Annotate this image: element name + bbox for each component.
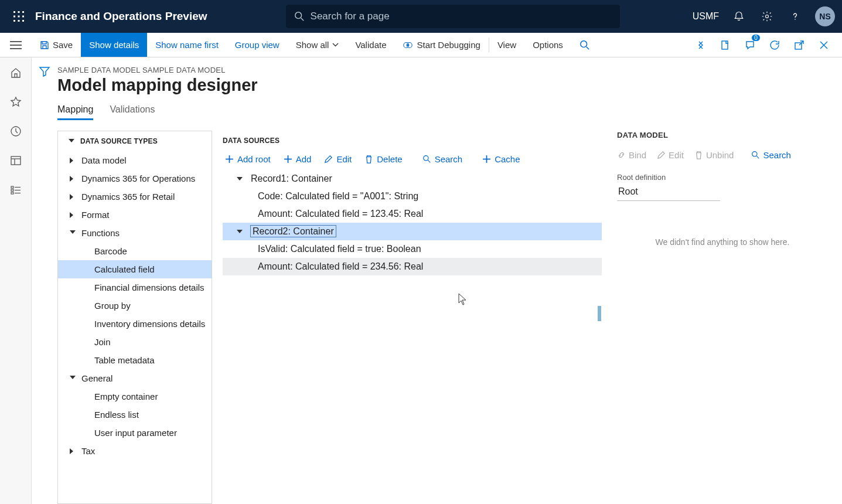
company-label[interactable]: USMF bbox=[693, 11, 719, 22]
modules-icon[interactable] bbox=[8, 182, 24, 198]
dst-user-input[interactable]: User input parameter bbox=[58, 424, 212, 442]
tabs: Mapping Validations bbox=[57, 104, 842, 120]
command-bar: Save Show details Show name first Group … bbox=[0, 33, 842, 57]
global-search[interactable] bbox=[286, 5, 620, 28]
favorites-icon[interactable] bbox=[8, 94, 24, 110]
ds-title: DATA SOURCES bbox=[223, 131, 602, 152]
data-model-panel: DATA MODEL Bind Edit Unbind Search Root … bbox=[612, 131, 842, 504]
dst-barcode[interactable]: Barcode bbox=[58, 242, 212, 260]
dst-inventory-dimensions[interactable]: Inventory dimensions details bbox=[58, 315, 212, 333]
dst-calculated-field[interactable]: Calculated field bbox=[58, 260, 212, 278]
view-button[interactable]: View bbox=[489, 33, 524, 57]
app-title: Finance and Operations Preview bbox=[35, 10, 207, 23]
global-search-input[interactable] bbox=[311, 11, 612, 22]
dst-d365-operations[interactable]: Dynamics 365 for Operations bbox=[58, 169, 212, 188]
group-view-button[interactable]: Group view bbox=[227, 33, 288, 57]
show-all-dropdown[interactable]: Show all bbox=[288, 33, 347, 57]
svg-rect-0 bbox=[13, 11, 15, 13]
cache-button[interactable]: Cache bbox=[482, 154, 520, 164]
tab-mapping[interactable]: Mapping bbox=[57, 104, 93, 120]
dst-endless-list[interactable]: Endless list bbox=[58, 406, 212, 424]
search-button[interactable]: Search bbox=[422, 154, 463, 164]
command-search-icon[interactable] bbox=[571, 33, 598, 57]
options-button[interactable]: Options bbox=[524, 33, 571, 57]
dst-functions[interactable]: Functions bbox=[58, 224, 212, 242]
dst-tax[interactable]: Tax bbox=[58, 442, 212, 460]
dst-group-by[interactable]: Group by bbox=[58, 297, 212, 315]
messages-icon[interactable]: 0 bbox=[742, 38, 758, 53]
svg-rect-30 bbox=[11, 189, 13, 191]
unbind-button[interactable]: Unbind bbox=[694, 150, 734, 160]
svg-rect-5 bbox=[22, 16, 24, 18]
search-icon bbox=[294, 11, 305, 22]
edit-button[interactable]: Edit bbox=[324, 154, 352, 164]
breadcrumb: SAMPLE DATA MODEL SAMPLE DATA MODEL bbox=[57, 66, 842, 74]
save-button[interactable]: Save bbox=[32, 33, 81, 57]
search-icon bbox=[422, 155, 431, 164]
dst-d365-retail[interactable]: Dynamics 365 for Retail bbox=[58, 188, 212, 206]
svg-rect-31 bbox=[11, 192, 13, 194]
app-launcher-icon[interactable] bbox=[7, 5, 30, 28]
recent-icon[interactable] bbox=[8, 123, 24, 139]
ds-record1[interactable]: Record1: Container bbox=[223, 170, 602, 188]
workspaces-icon[interactable] bbox=[8, 152, 24, 169]
root-definition-field[interactable]: Root bbox=[617, 183, 720, 201]
svg-point-43 bbox=[752, 152, 757, 156]
dst-general[interactable]: General bbox=[58, 369, 212, 387]
bind-button[interactable]: Bind bbox=[617, 150, 646, 160]
dm-search-button[interactable]: Search bbox=[751, 150, 791, 160]
add-root-button[interactable]: Add root bbox=[225, 154, 271, 164]
plus-icon bbox=[482, 155, 491, 164]
delete-icon bbox=[364, 155, 373, 164]
delete-button[interactable]: Delete bbox=[364, 154, 402, 164]
home-icon[interactable] bbox=[8, 64, 24, 81]
ds-code[interactable]: Code: Calculated field = "A001": String bbox=[223, 188, 602, 205]
dst-empty-container[interactable]: Empty container bbox=[58, 387, 212, 406]
show-details-button[interactable]: Show details bbox=[81, 33, 147, 57]
svg-point-9 bbox=[295, 12, 301, 19]
svg-point-39 bbox=[423, 156, 428, 161]
command-bar-right: 0 bbox=[693, 33, 842, 57]
dst-join[interactable]: Join bbox=[58, 333, 212, 351]
top-banner: Finance and Operations Preview USMF NS bbox=[0, 0, 842, 33]
dm-toolbar: Bind Edit Unbind Search bbox=[617, 150, 828, 160]
add-button[interactable]: Add bbox=[284, 154, 312, 164]
settings-icon[interactable] bbox=[759, 8, 775, 25]
dst-financial-dimensions[interactable]: Financial dimensions details bbox=[58, 278, 212, 297]
banner-right: USMF NS bbox=[693, 6, 835, 26]
link-icon bbox=[617, 151, 626, 159]
splitter-handle[interactable] bbox=[598, 306, 601, 321]
svg-point-18 bbox=[407, 44, 410, 46]
filter-column bbox=[32, 57, 57, 504]
refresh-icon[interactable] bbox=[767, 38, 782, 53]
tab-validations[interactable]: Validations bbox=[110, 104, 155, 120]
link-icon[interactable] bbox=[693, 38, 708, 53]
root-definition-label: Root definition bbox=[617, 173, 828, 182]
svg-line-44 bbox=[757, 156, 759, 158]
start-debugging-button[interactable]: Start Debugging bbox=[394, 33, 488, 57]
dst-data-model[interactable]: Data model bbox=[58, 151, 212, 169]
dst-table-metadata[interactable]: Table metadata bbox=[58, 351, 212, 369]
page-title: Model mapping designer bbox=[57, 76, 842, 95]
attach-icon[interactable] bbox=[718, 38, 733, 53]
filter-icon[interactable] bbox=[39, 66, 50, 504]
ds-record2[interactable]: Record2: Container bbox=[223, 223, 602, 240]
dst-header[interactable]: DATA SOURCE TYPES bbox=[58, 131, 212, 151]
ds-amount1[interactable]: Amount: Calculated field = 123.45: Real bbox=[223, 205, 602, 223]
ds-amount2[interactable]: Amount: Calculated field = 234.56: Real bbox=[223, 258, 602, 275]
validate-button[interactable]: Validate bbox=[347, 33, 394, 57]
messages-badge: 0 bbox=[752, 35, 760, 41]
left-nav-rail bbox=[0, 57, 32, 504]
delete-icon bbox=[694, 151, 703, 159]
help-icon[interactable] bbox=[787, 8, 803, 25]
dm-edit-button[interactable]: Edit bbox=[657, 150, 684, 160]
popout-icon[interactable] bbox=[792, 38, 807, 53]
show-name-first-button[interactable]: Show name first bbox=[147, 33, 227, 57]
dst-format[interactable]: Format bbox=[58, 206, 212, 224]
close-icon[interactable] bbox=[816, 38, 831, 53]
notifications-icon[interactable] bbox=[731, 8, 747, 25]
avatar[interactable]: NS bbox=[815, 6, 835, 26]
search-icon bbox=[751, 151, 760, 159]
ds-isvalid[interactable]: IsValid: Calculated field = true: Boolea… bbox=[223, 240, 602, 258]
nav-toggle-icon[interactable] bbox=[0, 33, 32, 57]
